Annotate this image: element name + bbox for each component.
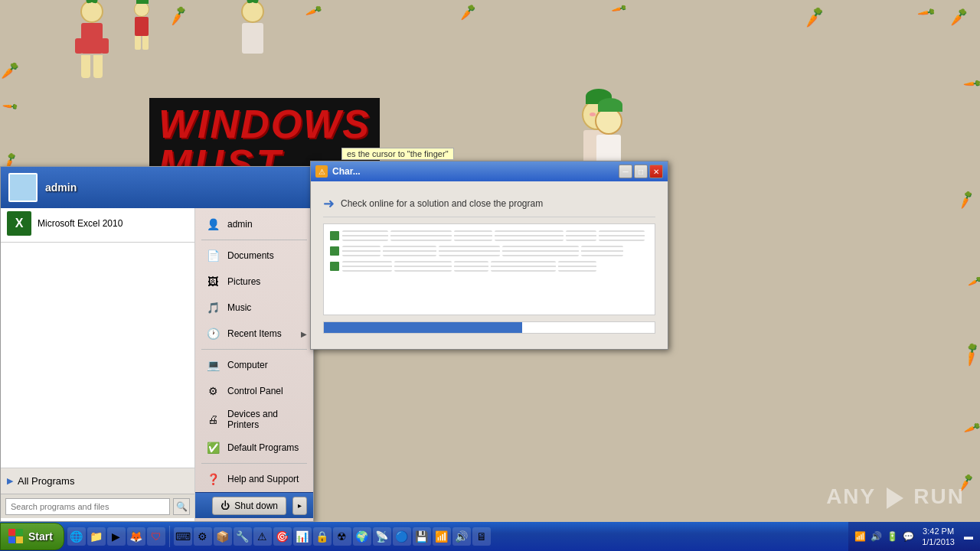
all-programs-label: All Programs [18, 475, 74, 487]
taskbar-icon-browser[interactable]: 🦊 [127, 527, 145, 546]
taskbar-icon-app7[interactable]: ☢ [333, 527, 351, 546]
menu-item-documents[interactable]: 📄 Documents [195, 243, 313, 269]
tray-network-icon[interactable]: 📶 [853, 530, 867, 543]
dialog-tooltip: es the cursor to "the finger" [341, 148, 454, 160]
search-button[interactable]: 🔍 [173, 498, 190, 515]
control-panel-icon: ⚙ [204, 383, 221, 399]
taskbar-icon-app5[interactable]: 📊 [293, 527, 312, 546]
taskbar-icon-app1[interactable]: 📦 [214, 527, 232, 546]
programs-divider [1, 242, 194, 243]
start-label: Start [28, 530, 53, 543]
windows-flag-icon [8, 529, 24, 544]
taskbar-icon-app3[interactable]: ⚠ [253, 527, 272, 546]
tray-action-center-icon[interactable]: 💬 [901, 530, 915, 543]
devices-printers-icon: 🖨 [204, 411, 221, 428]
taskbar-icon-app14[interactable]: 🖥 [472, 527, 491, 546]
default-programs-label: Default Programs [227, 442, 299, 453]
data-cells [342, 230, 648, 241]
anyrun-play-icon [887, 487, 903, 509]
taskbar-icon-settings[interactable]: ⚙ [194, 527, 212, 546]
carrot-deco: 🥕 [962, 73, 980, 94]
dialog-window-buttons: ─ □ ✕ [619, 165, 663, 178]
carrot-deco: 🥕 [954, 188, 976, 210]
default-programs-icon: ✅ [204, 439, 221, 456]
taskbar: Start 🌐 📁 ▶ 🦊 🛡 ⌨ ⚙ 📦 🔧 ⚠ 🎯 📊 🔒 ☢ 🌍 📡 🔵 … [0, 522, 980, 551]
start-menu-username: admin [45, 181, 77, 194]
system-clock[interactable]: 3:42 PM 1/1/2013 [917, 526, 959, 548]
dialog-warning-icon: ⚠ [318, 168, 325, 176]
menu-item-computer[interactable]: 💻 Computer [195, 352, 313, 378]
taskbar-icon-app4[interactable]: 🎯 [273, 527, 292, 546]
excel-label: Microsoft Excel 2010 [38, 218, 122, 229]
menu-item-pictures[interactable]: 🖼 Pictures [195, 269, 313, 295]
carrot-deco: 🥕 [458, 2, 477, 21]
carrot-deco: 🥕 [802, 5, 827, 30]
dialog-restore-btn[interactable]: □ [634, 165, 648, 178]
recent-items-arrow-icon: ▶ [301, 330, 307, 338]
shutdown-arrow-button[interactable]: ▸ [292, 497, 307, 515]
taskbar-programs: 🌐 📁 ▶ 🦊 🛡 ⌨ ⚙ 📦 🔧 ⚠ 🎯 📊 🔒 ☢ 🌍 📡 🔵 💾 📶 🔊 … [67, 526, 848, 547]
menu-item-default-programs[interactable]: ✅ Default Programs [195, 435, 313, 461]
system-tray: 📶 🔊 🔋 💬 3:42 PM 1/1/2013 ▬ [848, 522, 980, 551]
data-row-2 [330, 246, 648, 256]
menu-item-control-panel[interactable]: ⚙ Control Panel [195, 378, 313, 404]
taskbar-icon-app10[interactable]: 🔵 [393, 527, 411, 546]
search-bar: 🔍 [1, 494, 194, 518]
taskbar-icon-app9[interactable]: 📡 [373, 527, 391, 546]
excel-icon: X [7, 211, 31, 236]
desktop: 🥕 🥕 🥕 🥕 🥕 🥕 🥕 🥕 🥕 🥕 🥕 🥕 🥕 🥕 🥕 🥕 🥕 🥕 🥕 🥕 … [0, 0, 980, 551]
dialog-content: ➜ Check online for a solution and close … [311, 181, 668, 349]
menu-item-recent-items[interactable]: 🕐 Recent Items ▶ [195, 321, 313, 347]
carrot-deco: 🥕 [166, 3, 191, 27]
taskbar-icon-security[interactable]: 🛡 [147, 527, 165, 546]
carrot-deco: 🥕 [305, 2, 323, 21]
dialog-minimize-btn[interactable]: ─ [619, 165, 632, 178]
solution-text: Check online for a solution and close th… [341, 198, 543, 209]
start-menu-header: admin [1, 167, 313, 208]
pictures-label: Pictures [227, 276, 260, 287]
anime-char-2 [222, 0, 283, 92]
data-row-3 [330, 261, 648, 272]
carrot-deco: 🥕 [963, 419, 980, 438]
menu-item-help-support[interactable]: ❓ Help and Support [195, 466, 313, 492]
computer-icon: 💻 [204, 357, 221, 373]
taskbar-icon-cmd[interactable]: ⌨ [174, 527, 192, 546]
solution-arrow-icon: ➜ [323, 195, 335, 212]
start-button[interactable]: Start [0, 523, 64, 550]
all-programs-item[interactable]: ▶ All Programs [1, 468, 194, 494]
tray-volume-icon[interactable]: 🔊 [869, 530, 883, 543]
music-label: Music [227, 302, 251, 313]
taskbar-icon-ie[interactable]: 🌐 [67, 527, 86, 546]
control-panel-label: Control Panel [227, 386, 283, 396]
dialog-close-btn[interactable]: ✕ [649, 165, 663, 178]
taskbar-icon-app8[interactable]: 🌍 [353, 527, 371, 546]
search-programs-input[interactable] [5, 498, 170, 515]
tray-battery-icon[interactable]: 🔋 [885, 530, 899, 543]
taskbar-icon-app6[interactable]: 🔒 [313, 527, 332, 546]
shutdown-button[interactable]: ⏻ Shut down [212, 497, 286, 515]
dialog-progress-fill [324, 322, 522, 333]
taskbar-icon-folder[interactable]: 📁 [87, 527, 106, 546]
programs-spacer [1, 246, 194, 468]
anime-char-top1 [119, 2, 165, 63]
recent-items-icon: 🕐 [204, 325, 221, 342]
shutdown-label: Shut down [234, 500, 278, 511]
dialog-title-icon: ⚠ [315, 165, 328, 178]
taskbar-icon-app12[interactable]: 📶 [433, 527, 451, 546]
menu-item-music[interactable]: 🎵 Music [195, 295, 313, 321]
shutdown-power-icon: ⏻ [220, 500, 230, 511]
tray-show-desktop-icon[interactable]: ▬ [962, 530, 975, 543]
pinned-program-excel[interactable]: X Microsoft Excel 2010 [1, 208, 194, 239]
taskbar-icon-app13[interactable]: 🔊 [452, 527, 471, 546]
clock-date: 1/1/2013 [922, 536, 955, 547]
menu-item-admin[interactable]: 👤 admin [195, 211, 313, 237]
menu-divider-1 [201, 240, 307, 240]
taskbar-icon-app2[interactable]: 🔧 [234, 527, 252, 546]
data-icon [330, 231, 339, 240]
help-support-label: Help and Support [227, 474, 299, 484]
taskbar-icon-media[interactable]: ▶ [107, 527, 126, 546]
menu-item-devices-printers[interactable]: 🖨 Devices and Printers [195, 404, 313, 435]
dialog-solution-row: ➜ Check online for a solution and close … [323, 191, 655, 217]
documents-icon: 📄 [204, 247, 221, 264]
taskbar-icon-app11[interactable]: 💾 [413, 527, 431, 546]
